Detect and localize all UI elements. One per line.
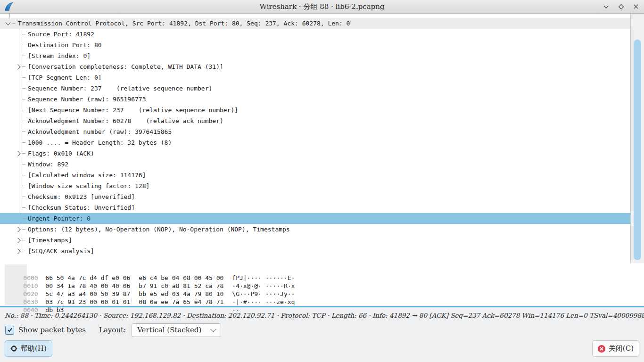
tree-row[interactable]: Flags: 0x010 (ACK) bbox=[0, 148, 630, 159]
packet-bytes-pane: 000066 50 4a 7c d4 df e0 06e6 c4 be 04 0… bbox=[0, 263, 644, 306]
expander-slot bbox=[16, 228, 21, 231]
tree-row-label: Checksum: 0x9123 [unverified] bbox=[28, 191, 135, 202]
tree-tick bbox=[22, 132, 25, 132]
chevron-down-icon bbox=[210, 326, 216, 332]
tree-row[interactable]: Source Port: 41892 bbox=[0, 29, 630, 40]
tree-row[interactable]: 1000 .... = Header Length: 32 bytes (8) bbox=[0, 137, 630, 148]
tree-row-label: [Timestamps] bbox=[28, 235, 72, 246]
tree-row[interactable]: [Calculated window size: 114176] bbox=[0, 170, 630, 181]
hex-row[interactable]: 000066 50 4a 7c d4 df e0 06e6 c4 be 04 0… bbox=[0, 266, 644, 274]
tree-row-label: [Checksum Status: Unverified] bbox=[28, 202, 135, 213]
tree-row[interactable]: Destination Port: 80 bbox=[0, 40, 630, 50]
tree-tick bbox=[22, 251, 25, 251]
layout-select[interactable]: Vertical (Stacked) bbox=[132, 323, 221, 337]
expander-slot bbox=[16, 249, 21, 253]
controls-row: Show packet bytes Layout: Vertical (Stac… bbox=[5, 323, 221, 337]
tree-row-label: Sequence Number: 237 (relative sequence … bbox=[28, 83, 212, 94]
tree-row-label: [Conversation completeness: Complete, WI… bbox=[28, 61, 223, 72]
tree-row[interactable]: Window: 892 bbox=[0, 159, 630, 170]
tree-row-label: [Next Sequence Number: 237 (relative seq… bbox=[28, 105, 238, 115]
scrollbar-thumb[interactable] bbox=[634, 40, 641, 260]
help-button[interactable]: 帮助(H) bbox=[5, 340, 52, 357]
tree-row[interactable]: Transmission Control Protocol, Src Port:… bbox=[0, 18, 630, 29]
help-button-label: 帮助(H) bbox=[21, 344, 47, 353]
expand-chevron-icon[interactable] bbox=[15, 64, 20, 69]
tree-row-label: Window: 892 bbox=[28, 159, 68, 170]
expand-chevron-icon[interactable] bbox=[15, 227, 20, 232]
tree-row-label: Sequence Number (raw): 965196773 bbox=[28, 94, 146, 105]
tree-row[interactable]: [Checksum Status: Unverified] bbox=[0, 202, 630, 213]
tree-tick bbox=[22, 56, 25, 56]
hex-ascii[interactable]: ·· bbox=[232, 306, 239, 313]
layout-select-value: Vertical (Stacked) bbox=[137, 326, 201, 334]
tree-row-label: Options: (12 bytes), No-Operation (NOP),… bbox=[28, 224, 290, 235]
hex-row[interactable]: 001000 34 1a 78 40 00 40 06b7 91 c0 a8 8… bbox=[0, 274, 644, 282]
tree-row[interactable]: [Conversation completeness: Complete, WI… bbox=[0, 61, 630, 72]
tree-row[interactable]: [Next Sequence Number: 237 (relative seq… bbox=[0, 105, 630, 115]
tree-tick bbox=[22, 164, 25, 165]
tree-row-label: [TCP Segment Len: 0] bbox=[28, 72, 102, 83]
packet-detail-tree: Transmission Control Protocol, Src Port:… bbox=[0, 14, 644, 256]
tree-tick bbox=[22, 197, 25, 197]
collapse-chevron-icon[interactable] bbox=[5, 20, 10, 25]
tree-row-label: Destination Port: 80 bbox=[28, 40, 102, 50]
hex-dump: 000066 50 4a 7c d4 df e0 06e6 c4 be 04 0… bbox=[0, 266, 644, 306]
titlebar: Wireshark · 分组 88 · lib6-2.pcapng bbox=[0, 0, 644, 14]
tree-row[interactable]: Acknowledgment number (raw): 3976415865 bbox=[0, 126, 630, 137]
layout-label: Layout: bbox=[99, 326, 126, 334]
scrollbar-track[interactable] bbox=[630, 14, 644, 263]
hex-row[interactable]: 0040db b3·· bbox=[0, 298, 644, 306]
window-controls bbox=[602, 0, 640, 13]
tree-row-label: Source Port: 41892 bbox=[28, 29, 94, 40]
close-window-icon[interactable] bbox=[632, 2, 640, 11]
tree-tick bbox=[12, 23, 16, 24]
expand-chevron-icon[interactable] bbox=[15, 248, 20, 254]
tree-row[interactable]: Urgent Pointer: 0 bbox=[0, 213, 630, 224]
tree-row[interactable]: Sequence Number: 237 (relative sequence … bbox=[0, 83, 630, 94]
tree-row-label: Acknowledgment number (raw): 3976415865 bbox=[28, 126, 172, 137]
tree-row-label: Transmission Control Protocol, Src Port:… bbox=[18, 18, 350, 29]
hex-row[interactable]: 00205c 47 a3 a4 00 50 39 87bb e5 ed 03 4… bbox=[0, 282, 644, 290]
tree-row[interactable]: [SEQ/ACK analysis] bbox=[0, 246, 630, 256]
tree-row[interactable]: [Timestamps] bbox=[0, 235, 630, 246]
packet-detail-pane: Transmission Control Protocol, Src Port:… bbox=[0, 14, 644, 263]
checkmark-icon bbox=[7, 327, 13, 333]
tree-tick bbox=[22, 207, 25, 208]
tree-row[interactable]: Acknowledgment Number: 60278 (relative a… bbox=[0, 115, 630, 126]
tree-tick bbox=[22, 110, 25, 110]
show-packet-bytes-checkbox[interactable] bbox=[5, 326, 14, 335]
tree-row[interactable]: [Stream index: 0] bbox=[0, 50, 630, 61]
tree-row[interactable]: Options: (12 bytes), No-Operation (NOP),… bbox=[0, 224, 630, 235]
tree-row-label: 1000 .... = Header Length: 32 bytes (8) bbox=[28, 137, 172, 148]
tree-tick bbox=[22, 229, 25, 230]
expander-slot bbox=[16, 152, 21, 156]
tree-row-label: Flags: 0x010 (ACK) bbox=[28, 148, 94, 159]
tree-tick bbox=[22, 77, 25, 78]
expander-slot bbox=[16, 239, 21, 242]
tree-tick bbox=[22, 45, 25, 45]
tree-row[interactable]: [TCP Segment Len: 0] bbox=[0, 72, 630, 83]
maximize-icon[interactable] bbox=[617, 2, 625, 11]
show-packet-bytes-label[interactable]: Show packet bytes bbox=[18, 326, 86, 334]
tree-row[interactable]: Sequence Number (raw): 965196773 bbox=[0, 94, 630, 105]
window-title: Wireshark · 分组 88 · lib6-2.pcapng bbox=[0, 0, 644, 13]
tree-tick bbox=[22, 121, 25, 121]
tree-tick bbox=[22, 240, 25, 240]
tree-tick bbox=[22, 88, 25, 89]
expand-chevron-icon[interactable] bbox=[15, 151, 20, 156]
tree-tick bbox=[22, 186, 25, 186]
expander-slot bbox=[6, 22, 11, 25]
tree-tick bbox=[22, 34, 25, 34]
minimize-icon[interactable] bbox=[602, 2, 610, 11]
tree-tick bbox=[22, 99, 25, 99]
tree-row[interactable]: [Window size scaling factor: 128] bbox=[0, 181, 630, 191]
hex-row[interactable]: 003003 7c 91 23 00 00 01 0108 0a ee 7a 6… bbox=[0, 290, 644, 298]
hex-bytes[interactable]: db b3 bbox=[45, 306, 131, 314]
close-circle-icon bbox=[598, 345, 605, 353]
close-button[interactable]: 关闭(C) bbox=[592, 340, 639, 357]
tree-row-label: [SEQ/ACK analysis] bbox=[28, 246, 94, 256]
expand-chevron-icon[interactable] bbox=[15, 238, 20, 243]
tree-tick bbox=[22, 218, 25, 219]
tree-row[interactable]: Checksum: 0x9123 [unverified] bbox=[0, 191, 630, 202]
tree-tick bbox=[22, 175, 25, 175]
